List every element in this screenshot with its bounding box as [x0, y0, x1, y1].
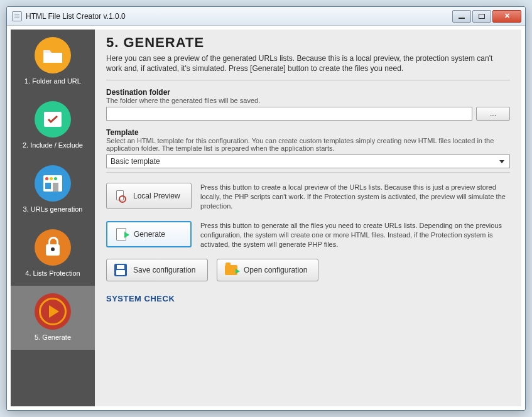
button-label: Generate — [134, 230, 165, 239]
open-config-button[interactable]: Open configuration — [217, 259, 318, 281]
sidebar-item-label: 2. Include / Exclude — [23, 141, 83, 149]
generate-icon — [115, 228, 128, 241]
maximize-button[interactable] — [472, 10, 491, 23]
sidebar-item-folder-url[interactable]: 1. Folder and URL — [11, 30, 95, 94]
local-preview-desc: Press this button to create a local prev… — [200, 183, 510, 211]
template-label: Template — [106, 128, 510, 137]
app-icon — [12, 11, 22, 21]
sidebar-item-generate[interactable]: 5. Generate — [11, 286, 95, 350]
button-label: Local Preview — [133, 192, 180, 200]
save-config-button[interactable]: Save configuration — [106, 259, 208, 281]
sidebar: 1. Folder and URL 2. Include / Exclude 3… — [11, 30, 95, 406]
window-title: HTML File List Creator v.1.0.0 — [26, 12, 452, 21]
minimize-button[interactable] — [452, 10, 471, 23]
lock-icon — [35, 229, 71, 266]
generate-desc: Press this button to generate all the fi… — [200, 221, 510, 249]
button-label: Open configuration — [244, 266, 307, 274]
generate-button[interactable]: Generate — [106, 221, 192, 247]
save-icon — [114, 264, 127, 276]
button-label: Save configuration — [133, 266, 195, 274]
dest-folder-input[interactable] — [106, 107, 472, 121]
template-desc: Select an HTML template for this configu… — [106, 137, 510, 152]
window-controls: ✕ — [452, 10, 521, 23]
folder-icon — [35, 37, 71, 73]
sidebar-item-label: 1. Folder and URL — [24, 77, 81, 85]
main-panel: 5. GENERATE Here you can see a preview o… — [95, 30, 521, 406]
divider — [106, 172, 510, 173]
open-icon — [225, 264, 237, 276]
sidebar-item-label: 4. Lists Protection — [25, 269, 80, 277]
sidebar-item-include-exclude[interactable]: 2. Include / Exclude — [11, 94, 95, 158]
page-heading: 5. GENERATE — [106, 35, 510, 51]
body: 1. Folder and URL 2. Include / Exclude 3… — [7, 26, 525, 410]
page-intro: Here you can see a preview of the genera… — [106, 53, 510, 80]
template-selected: Basic template — [111, 157, 160, 166]
sidebar-item-label: 3. URLs generation — [23, 205, 83, 213]
magnify-icon — [114, 190, 127, 202]
sidebar-item-label: 5. Generate — [35, 333, 71, 341]
app-window: HTML File List Creator v.1.0.0 ✕ 1. Fold… — [6, 6, 526, 411]
dest-desc: The folder where the generated files wil… — [106, 97, 510, 104]
template-select[interactable]: Basic template — [106, 154, 510, 168]
sidebar-item-urls-generation[interactable]: 3. URLs generation — [11, 158, 95, 222]
dest-label: Destination folder — [106, 88, 510, 97]
titlebar[interactable]: HTML File List Creator v.1.0.0 ✕ — [7, 7, 525, 26]
local-preview-button[interactable]: Local Preview — [106, 183, 192, 209]
checkbox-icon — [35, 101, 71, 138]
sidebar-item-lists-protection[interactable]: 4. Lists Protection — [11, 222, 95, 286]
browser-icon — [35, 165, 71, 202]
system-check-heading: SYSTEM CHECK — [106, 294, 510, 303]
close-button[interactable]: ✕ — [492, 10, 521, 23]
browse-button[interactable]: ... — [476, 107, 510, 121]
play-icon — [35, 293, 71, 330]
